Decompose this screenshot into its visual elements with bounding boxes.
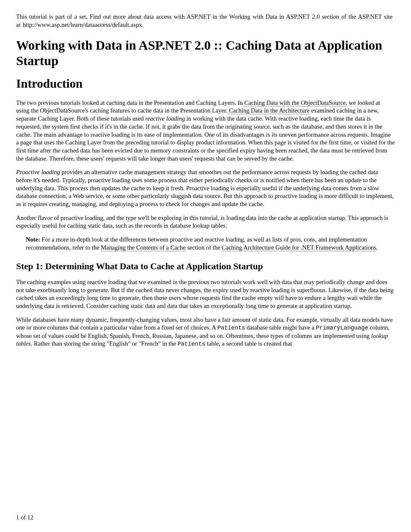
text-segment: . (376, 244, 378, 251)
link-caching-architecture-guide[interactable]: Caching Architecture Guide for .NET Fram… (222, 244, 376, 251)
text-segment: table, a second table is created that (205, 340, 292, 347)
text-segment: section of the (186, 244, 222, 251)
link-caching-data-objectdatasource[interactable]: Caching Data with the ObjectDataSource (244, 99, 346, 106)
code-patients-2: Patients (178, 341, 205, 347)
text-segment: provides an alternative cache management… (16, 169, 394, 207)
page-number: 1 of 12 (16, 514, 34, 522)
header-note: This tutorial is part of a set. Find out… (16, 13, 395, 29)
text-segment: The two previous tutorials looked at cac… (16, 99, 244, 106)
step1-heading: Step 1: Determining What Data to Cache a… (16, 261, 395, 272)
intro-paragraph-1: The two previous tutorials looked at cac… (16, 99, 395, 163)
intro-heading: Introduction (16, 76, 395, 92)
link-caching-data-architecture[interactable]: Caching Data in the Architecture (229, 107, 309, 114)
code-primarylanguage: PrimaryLanguage (316, 325, 368, 331)
text-segment: in working with the data cache. With rea… (16, 115, 395, 162)
note-label: Note: (26, 236, 40, 243)
page-title: Working with Data in ASP.NET 2.0 :: Cach… (16, 38, 395, 69)
emphasis-reactive-loading: reactive loading (145, 115, 185, 122)
emphasis-proactive-loading: Proactive loading (16, 169, 60, 175)
intro-paragraph-2: Proactive loading provides an alternativ… (16, 168, 395, 208)
intro-paragraph-3: Another flavor of proactive loading, and… (16, 214, 395, 230)
note-block: Note: For a more in-depth look at the di… (26, 236, 395, 251)
text-segment: database table might have a (245, 324, 316, 331)
step1-paragraph-2: While databases have many dynamic, frequ… (16, 316, 395, 348)
code-patients: Patients (217, 325, 245, 331)
step1-paragraph-1: The caching examples using reactive load… (16, 278, 395, 310)
text-segment: . Rather than storing the string "Englis… (31, 340, 177, 347)
link-managing-contents-cache[interactable]: Managing the Contents of a Cache (101, 244, 186, 251)
